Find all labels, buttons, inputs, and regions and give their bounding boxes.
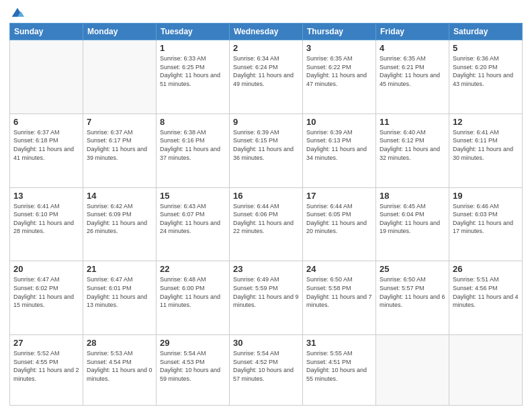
calendar-cell: 12Sunrise: 6:41 AM Sunset: 6:11 PM Dayli…: [449, 113, 523, 187]
calendar-cell: 21Sunrise: 6:47 AM Sunset: 6:01 PM Dayli…: [83, 261, 157, 335]
calendar-cell: 19Sunrise: 6:46 AM Sunset: 6:03 PM Dayli…: [449, 187, 523, 261]
calendar-cell: 4Sunrise: 6:35 AM Sunset: 6:21 PM Daylig…: [376, 40, 449, 114]
calendar-cell: 8Sunrise: 6:38 AM Sunset: 6:16 PM Daylig…: [157, 113, 230, 187]
day-info: Sunrise: 6:45 AM Sunset: 6:04 PM Dayligh…: [380, 202, 445, 236]
calendar-cell: 15Sunrise: 6:43 AM Sunset: 6:07 PM Dayli…: [157, 187, 230, 261]
day-info: Sunrise: 6:35 AM Sunset: 6:21 PM Dayligh…: [380, 54, 445, 88]
day-info: Sunrise: 6:39 AM Sunset: 6:15 PM Dayligh…: [233, 128, 299, 162]
day-number: 29: [160, 338, 226, 348]
day-info: Sunrise: 6:50 AM Sunset: 5:58 PM Dayligh…: [306, 275, 372, 309]
week-row-5: 27Sunrise: 5:52 AM Sunset: 4:55 PM Dayli…: [10, 335, 523, 406]
calendar-cell: [449, 335, 523, 406]
day-info: Sunrise: 6:42 AM Sunset: 6:09 PM Dayligh…: [87, 202, 152, 236]
day-number: 22: [160, 264, 226, 274]
logo-icon: [11, 7, 24, 20]
day-info: Sunrise: 6:36 AM Sunset: 6:20 PM Dayligh…: [453, 54, 519, 88]
day-number: 3: [306, 43, 372, 53]
calendar-cell: 10Sunrise: 6:39 AM Sunset: 6:13 PM Dayli…: [303, 113, 376, 187]
day-number: 6: [13, 117, 79, 127]
week-row-4: 20Sunrise: 6:47 AM Sunset: 6:02 PM Dayli…: [10, 261, 523, 335]
week-row-2: 6Sunrise: 6:37 AM Sunset: 6:18 PM Daylig…: [10, 113, 523, 187]
weekday-header-row: SundayMondayTuesdayWednesdayThursdayFrid…: [10, 24, 523, 40]
day-number: 1: [160, 43, 226, 53]
day-info: Sunrise: 6:46 AM Sunset: 6:03 PM Dayligh…: [453, 202, 519, 236]
day-info: Sunrise: 6:40 AM Sunset: 6:12 PM Dayligh…: [380, 128, 445, 162]
weekday-header-friday: Friday: [376, 24, 449, 40]
page: SundayMondayTuesdayWednesdayThursdayFrid…: [0, 0, 532, 411]
calendar-cell: 28Sunrise: 5:53 AM Sunset: 4:54 PM Dayli…: [83, 335, 157, 406]
day-info: Sunrise: 6:48 AM Sunset: 6:00 PM Dayligh…: [160, 275, 226, 309]
day-number: 5: [453, 43, 519, 53]
day-info: Sunrise: 6:44 AM Sunset: 6:06 PM Dayligh…: [233, 202, 299, 236]
weekday-header-sunday: Sunday: [10, 24, 83, 40]
calendar-cell: 26Sunrise: 5:51 AM Sunset: 4:56 PM Dayli…: [449, 261, 523, 335]
day-number: 2: [233, 43, 299, 53]
day-number: 10: [306, 117, 372, 127]
day-info: Sunrise: 6:34 AM Sunset: 6:24 PM Dayligh…: [233, 54, 299, 88]
calendar-cell: 2Sunrise: 6:34 AM Sunset: 6:24 PM Daylig…: [230, 40, 303, 114]
day-number: 21: [87, 264, 152, 274]
calendar-cell: 31Sunrise: 5:55 AM Sunset: 4:51 PM Dayli…: [303, 335, 376, 406]
header: [9, 7, 523, 20]
weekday-header-tuesday: Tuesday: [157, 24, 230, 40]
calendar-cell: [376, 335, 449, 406]
day-info: Sunrise: 6:43 AM Sunset: 6:07 PM Dayligh…: [160, 202, 226, 236]
calendar-cell: 29Sunrise: 5:54 AM Sunset: 4:53 PM Dayli…: [157, 335, 230, 406]
calendar-cell: 22Sunrise: 6:48 AM Sunset: 6:00 PM Dayli…: [157, 261, 230, 335]
day-number: 27: [13, 338, 79, 348]
day-number: 12: [453, 117, 519, 127]
day-info: Sunrise: 6:47 AM Sunset: 6:02 PM Dayligh…: [13, 275, 79, 309]
day-number: 28: [87, 338, 152, 348]
calendar-cell: 13Sunrise: 6:41 AM Sunset: 6:10 PM Dayli…: [10, 187, 83, 261]
calendar-cell: 27Sunrise: 5:52 AM Sunset: 4:55 PM Dayli…: [10, 335, 83, 406]
day-number: 16: [233, 191, 299, 201]
calendar-cell: 3Sunrise: 6:35 AM Sunset: 6:22 PM Daylig…: [303, 40, 376, 114]
day-number: 14: [87, 191, 152, 201]
calendar-cell: 7Sunrise: 6:37 AM Sunset: 6:17 PM Daylig…: [83, 113, 157, 187]
calendar-cell: 5Sunrise: 6:36 AM Sunset: 6:20 PM Daylig…: [449, 40, 523, 114]
day-info: Sunrise: 6:37 AM Sunset: 6:17 PM Dayligh…: [87, 128, 152, 162]
day-number: 8: [160, 117, 226, 127]
day-info: Sunrise: 5:53 AM Sunset: 4:54 PM Dayligh…: [87, 349, 152, 383]
day-info: Sunrise: 6:44 AM Sunset: 6:05 PM Dayligh…: [306, 202, 372, 236]
day-info: Sunrise: 6:37 AM Sunset: 6:18 PM Dayligh…: [13, 128, 79, 162]
day-info: Sunrise: 6:41 AM Sunset: 6:11 PM Dayligh…: [453, 128, 519, 162]
calendar-cell: 14Sunrise: 6:42 AM Sunset: 6:09 PM Dayli…: [83, 187, 157, 261]
day-info: Sunrise: 5:55 AM Sunset: 4:51 PM Dayligh…: [306, 349, 372, 383]
day-number: 15: [160, 191, 226, 201]
calendar-cell: 25Sunrise: 6:50 AM Sunset: 5:57 PM Dayli…: [376, 261, 449, 335]
day-info: Sunrise: 6:47 AM Sunset: 6:01 PM Dayligh…: [87, 275, 152, 309]
day-number: 4: [380, 43, 445, 53]
day-number: 13: [13, 191, 79, 201]
calendar-cell: 6Sunrise: 6:37 AM Sunset: 6:18 PM Daylig…: [10, 113, 83, 187]
day-number: 24: [306, 264, 372, 274]
calendar-cell: [10, 40, 83, 114]
day-number: 7: [87, 117, 152, 127]
day-info: Sunrise: 6:33 AM Sunset: 6:25 PM Dayligh…: [160, 54, 226, 88]
calendar-cell: 24Sunrise: 6:50 AM Sunset: 5:58 PM Dayli…: [303, 261, 376, 335]
calendar-cell: 16Sunrise: 6:44 AM Sunset: 6:06 PM Dayli…: [230, 187, 303, 261]
calendar-cell: 18Sunrise: 6:45 AM Sunset: 6:04 PM Dayli…: [376, 187, 449, 261]
calendar-cell: 17Sunrise: 6:44 AM Sunset: 6:05 PM Dayli…: [303, 187, 376, 261]
calendar-cell: 20Sunrise: 6:47 AM Sunset: 6:02 PM Dayli…: [10, 261, 83, 335]
weekday-header-saturday: Saturday: [449, 24, 523, 40]
day-info: Sunrise: 5:54 AM Sunset: 4:52 PM Dayligh…: [233, 349, 299, 383]
day-number: 26: [453, 264, 519, 274]
weekday-header-monday: Monday: [83, 24, 157, 40]
day-info: Sunrise: 6:35 AM Sunset: 6:22 PM Dayligh…: [306, 54, 372, 88]
day-number: 17: [306, 191, 372, 201]
day-info: Sunrise: 5:52 AM Sunset: 4:55 PM Dayligh…: [13, 349, 79, 383]
calendar-cell: 30Sunrise: 5:54 AM Sunset: 4:52 PM Dayli…: [230, 335, 303, 406]
day-info: Sunrise: 6:41 AM Sunset: 6:10 PM Dayligh…: [13, 202, 79, 236]
day-number: 31: [306, 338, 372, 348]
calendar-cell: 23Sunrise: 6:49 AM Sunset: 5:59 PM Dayli…: [230, 261, 303, 335]
day-number: 18: [380, 191, 445, 201]
day-info: Sunrise: 6:38 AM Sunset: 6:16 PM Dayligh…: [160, 128, 226, 162]
day-number: 9: [233, 117, 299, 127]
weekday-header-thursday: Thursday: [303, 24, 376, 40]
day-info: Sunrise: 5:54 AM Sunset: 4:53 PM Dayligh…: [160, 349, 226, 383]
day-info: Sunrise: 6:49 AM Sunset: 5:59 PM Dayligh…: [233, 275, 299, 309]
day-number: 19: [453, 191, 519, 201]
calendar-cell: 9Sunrise: 6:39 AM Sunset: 6:15 PM Daylig…: [230, 113, 303, 187]
calendar-table: SundayMondayTuesdayWednesdayThursdayFrid…: [9, 23, 523, 406]
